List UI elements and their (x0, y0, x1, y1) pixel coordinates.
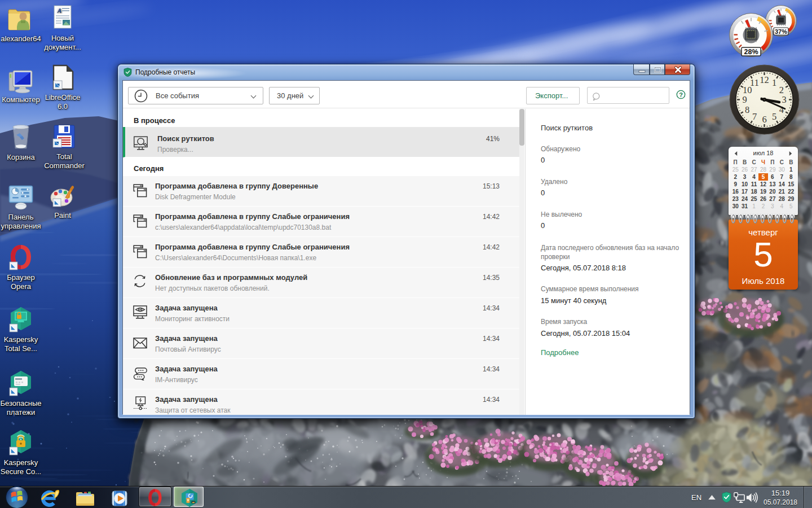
svg-text:8: 8 (745, 104, 749, 115)
svg-text:28%: 28% (744, 48, 758, 56)
svg-text:2: 2 (779, 85, 784, 95)
svg-text:7: 7 (752, 111, 757, 122)
svg-text:11: 11 (750, 77, 759, 88)
svg-text:12: 12 (760, 75, 769, 85)
svg-text:37%: 37% (775, 28, 787, 35)
svg-text:9: 9 (742, 94, 747, 105)
svg-text:1: 1 (772, 77, 776, 88)
svg-text:5: 5 (772, 111, 776, 122)
svg-text:?: ? (679, 91, 683, 98)
svg-text:A: A (57, 7, 61, 14)
svg-text:6: 6 (762, 114, 766, 125)
svg-text:3: 3 (782, 94, 786, 105)
